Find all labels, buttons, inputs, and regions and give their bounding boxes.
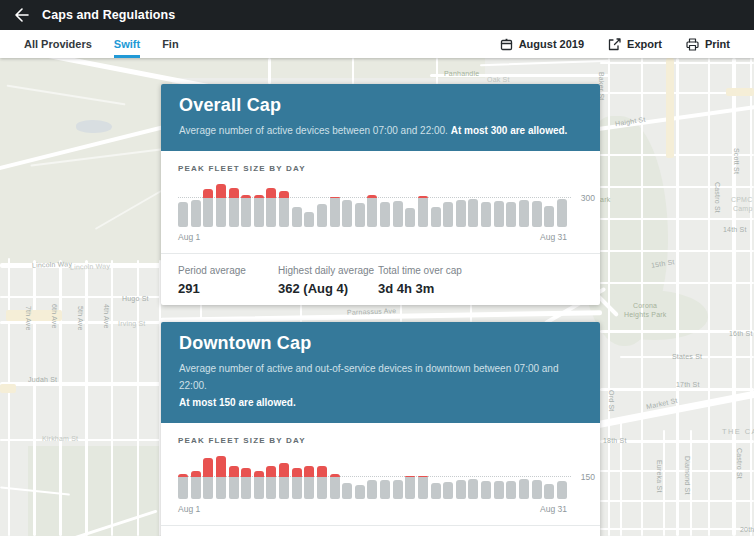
street-label: Diamond St — [684, 456, 691, 495]
bar-base-segment — [191, 477, 201, 499]
street-label: Lincoln Way — [70, 262, 110, 270]
bar-base-segment — [292, 207, 302, 227]
chart-bar — [418, 476, 428, 500]
street-label: 7th Ave — [25, 306, 32, 331]
street-label: 20th St — [740, 526, 754, 533]
chart-bar — [557, 481, 567, 499]
date-picker-button[interactable]: August 2019 — [500, 38, 584, 51]
chart-bar — [481, 202, 491, 228]
export-icon — [608, 38, 621, 51]
bar-base-segment — [481, 202, 491, 228]
tab-fin[interactable]: Fin — [162, 30, 179, 58]
map-road — [600, 470, 754, 472]
chart-bar — [443, 482, 453, 499]
chart-bar — [405, 476, 415, 499]
map-road — [750, 58, 752, 536]
stat-total-time-over-cap: Total time over cap 3d 4h 3m — [378, 265, 462, 296]
bar-base-segment — [266, 477, 276, 499]
map-road — [436, 58, 438, 84]
chart-bar — [229, 188, 239, 227]
chart-bar — [481, 481, 491, 499]
page-title: Caps and Regulations — [42, 8, 175, 22]
map-pond — [76, 120, 112, 133]
bar-base-segment — [304, 477, 314, 499]
chart-bar — [380, 480, 390, 499]
bar-base-segment — [216, 198, 226, 227]
bar-base-segment — [304, 212, 314, 227]
chart-bar — [468, 199, 478, 227]
bar-base-segment — [178, 202, 188, 228]
chart-bar — [355, 203, 365, 227]
street-label: Kirkham St — [42, 435, 78, 442]
chart-bar — [191, 471, 201, 499]
chart-bar — [557, 199, 567, 227]
bar-base-segment — [557, 199, 567, 227]
axis-start-label: Aug 1 — [178, 504, 200, 514]
bar-base-segment — [229, 477, 239, 499]
map-road — [663, 430, 665, 536]
street-label: Eureka St — [656, 460, 663, 493]
chart-bar — [266, 466, 276, 499]
map-road — [8, 258, 10, 536]
street-label: THE CASTRO — [722, 427, 754, 436]
bar-base-segment — [494, 201, 504, 227]
map-road — [33, 260, 36, 536]
chart-bar — [241, 195, 251, 227]
bar-base-segment — [405, 477, 415, 499]
export-button[interactable]: Export — [608, 38, 662, 51]
bars — [178, 455, 567, 499]
bar-base-segment — [532, 480, 542, 499]
bars — [178, 183, 567, 227]
chart-bar — [178, 202, 188, 228]
bar-base-segment — [367, 480, 377, 499]
bar-over-cap-segment — [279, 191, 289, 198]
street-label: 17th St — [676, 381, 700, 388]
street-label: States St — [672, 353, 702, 360]
map-road — [666, 58, 674, 158]
chart-bar — [229, 466, 239, 499]
bar-base-segment — [468, 199, 478, 227]
street-label: Corona — [633, 302, 657, 309]
map-road — [111, 260, 113, 536]
printer-icon — [686, 38, 699, 51]
bar-base-segment — [532, 201, 542, 227]
map-road — [708, 58, 710, 536]
caps-and-regulations-page: Caps and Regulations All Providers Swift… — [0, 0, 754, 536]
chart-bar — [431, 207, 441, 227]
chart-section: PEAK FLEET SIZE BY DAY 300 Aug 1 Aug 31 — [161, 151, 600, 253]
bar-over-cap-segment — [266, 188, 276, 198]
chart-bar — [405, 208, 415, 227]
print-label: Print — [705, 38, 730, 50]
bar-base-segment — [544, 206, 554, 227]
map-road — [726, 88, 754, 96]
map-road — [0, 384, 16, 393]
bar-over-cap-segment — [216, 456, 226, 477]
bar-over-cap-segment — [203, 458, 213, 477]
chart-bar — [304, 466, 314, 499]
bar-base-segment — [279, 477, 289, 499]
bar-over-cap-segment — [229, 466, 239, 477]
bar-base-segment — [519, 200, 529, 227]
chart-bar — [506, 202, 516, 228]
bar-base-segment — [393, 480, 403, 499]
tab-swift[interactable]: Swift — [114, 30, 140, 58]
bar-base-segment — [405, 208, 415, 227]
map-road — [608, 58, 610, 536]
topbar: Caps and Regulations — [0, 0, 754, 30]
overall-cap-card: Overall Cap Average number of active dev… — [161, 84, 600, 305]
bar-over-cap-segment — [279, 463, 289, 478]
back-arrow-icon[interactable] — [15, 8, 29, 22]
chart-bar — [494, 481, 504, 499]
chart-bar — [367, 195, 377, 227]
chart-section: PEAK FLEET SIZE BY DAY 150 Aug 1 Aug 31 — [161, 423, 600, 525]
bar-base-segment — [456, 200, 466, 227]
street-label: Castro St — [736, 448, 743, 479]
chart-bar — [304, 212, 314, 227]
tab-all-providers[interactable]: All Providers — [24, 30, 92, 58]
map-road — [600, 388, 754, 391]
bar-base-segment — [330, 477, 340, 499]
bar-base-segment — [191, 200, 201, 227]
print-button[interactable]: Print — [686, 38, 730, 51]
street-label: 16th St — [729, 330, 753, 337]
bar-base-segment — [317, 204, 327, 227]
